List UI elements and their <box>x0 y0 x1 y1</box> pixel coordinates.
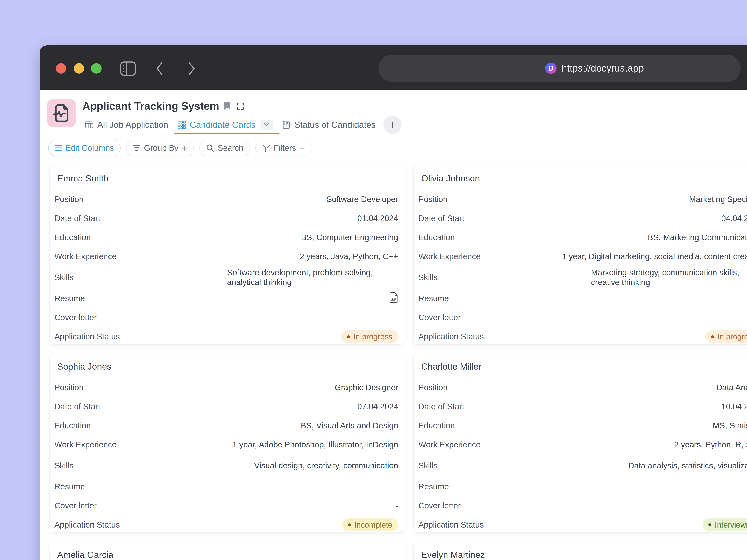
table-icon <box>85 121 94 129</box>
search-icon <box>206 144 214 152</box>
filters-button[interactable]: Filters + <box>255 140 311 156</box>
field-label: Education <box>54 233 91 242</box>
candidate-card[interactable]: Amelia Garcia <box>49 542 405 560</box>
field-label: Resume <box>54 482 85 491</box>
tab-label: Status of Candidates <box>294 120 376 130</box>
resume-pdf-link[interactable]: PDF <box>389 292 398 305</box>
minimize-window-button[interactable] <box>74 63 84 74</box>
field-label: Resume <box>418 294 449 303</box>
tab-dropdown-button[interactable] <box>260 119 273 130</box>
field-label: Application Status <box>418 520 484 530</box>
field-label: Resume <box>418 482 449 491</box>
status-badge: In progress <box>341 330 398 343</box>
field-row-work-experience: Work Experience1 year, Digital marketing… <box>414 247 747 266</box>
field-label: Application Status <box>418 332 484 341</box>
field-value: 2 years, Java, Python, C++ <box>300 252 398 261</box>
field-label: Work Experience <box>54 252 117 261</box>
tab-all-job-application[interactable]: All Job Application <box>85 120 168 130</box>
status-badge: Incomplete <box>342 518 398 531</box>
tab-candidate-cards[interactable]: Candidate Cards <box>177 119 273 130</box>
status-badge: Interviewing <box>703 518 747 531</box>
field-label: Education <box>418 421 455 430</box>
candidate-name: Charlotte Miller <box>414 354 747 372</box>
field-row-skills: SkillsMarketing strategy, communication … <box>414 266 747 289</box>
status-dot <box>347 335 350 338</box>
back-button[interactable] <box>151 60 168 77</box>
field-label: Education <box>54 421 91 430</box>
field-value: Marketing Specialist <box>689 195 747 204</box>
close-window-button[interactable] <box>56 63 66 74</box>
maximize-window-button[interactable] <box>91 63 102 74</box>
add-view-button[interactable]: + <box>383 116 402 134</box>
field-label: Cover letter <box>418 313 461 322</box>
field-row-position: PositionSoftware Developer <box>50 190 405 209</box>
field-row-application-status: Application StatusIn progress <box>414 327 747 345</box>
candidate-name: Olivia Johnson <box>414 166 747 184</box>
field-label: Skills <box>418 273 438 282</box>
tab-status-of-candidates[interactable]: Status of Candidates <box>282 120 376 130</box>
field-value: Software development, problem-solving, a… <box>227 268 398 287</box>
field-label: Date of Start <box>418 214 464 223</box>
button-label: Edit Columns <box>66 143 114 153</box>
status-label: Interviewing <box>715 521 747 529</box>
field-row-cover-letter: Cover letter- <box>50 308 405 327</box>
field-label: Work Experience <box>54 440 117 449</box>
field-row-resume: Resume- <box>50 477 405 496</box>
pdf-file-icon: PDF <box>389 292 398 303</box>
card-rows: PositionSoftware DeveloperDate of Start0… <box>50 190 405 345</box>
field-row-education: EducationBS, Visual Arts and Design <box>50 416 405 435</box>
field-label: Position <box>418 195 447 204</box>
expand-icon[interactable] <box>236 102 245 112</box>
candidate-card[interactable]: Olivia Johnson PositionMarketing Special… <box>413 166 747 345</box>
forward-button[interactable] <box>183 60 200 77</box>
edit-columns-button[interactable]: Edit Columns <box>48 140 121 156</box>
card-rows: PositionGraphic DesignerDate of Start07.… <box>50 378 405 533</box>
sidebar-toggle-icon[interactable] <box>119 60 137 77</box>
status-dot <box>348 524 351 526</box>
bookmark-icon[interactable] <box>224 101 231 111</box>
field-label: Application Status <box>54 520 120 530</box>
view-tabs: All Job Application Candidate Cards <box>85 118 402 131</box>
chevron-down-icon <box>263 123 269 127</box>
field-value: 10.04.2024 <box>721 402 747 411</box>
candidate-card[interactable]: Evelyn Martinez <box>413 542 747 560</box>
card-rows: PositionMarketing SpecialistDate of Star… <box>414 190 747 345</box>
field-value: BS, Computer Engineering <box>301 233 398 242</box>
button-label: Filters <box>274 143 296 153</box>
field-label: Application Status <box>54 332 120 341</box>
field-row-application-status: Application StatusInterviewing <box>414 515 747 533</box>
page-title: Applicant Tracking System <box>82 100 219 112</box>
status-label: In progress <box>354 332 392 341</box>
tab-label: Candidate Cards <box>190 120 255 130</box>
group-by-button[interactable]: Group By + <box>126 140 194 156</box>
field-label: Date of Start <box>54 402 100 411</box>
group-by-icon <box>133 144 141 152</box>
field-value: 2 years, Python, R, SQL <box>674 440 747 449</box>
field-row-resume: Resume <box>414 477 747 496</box>
app-page: Applicant Tracking System <box>40 90 747 560</box>
search-button[interactable]: Search <box>199 140 250 156</box>
field-value: Software Developer <box>327 195 398 204</box>
field-row-skills: SkillsData analysis, statistics, visuali… <box>414 454 747 477</box>
kanban-icon <box>282 121 291 129</box>
cards-grid-icon <box>177 121 186 129</box>
field-value: BS, Visual Arts and Design <box>301 421 398 430</box>
plus-icon: + <box>389 118 396 131</box>
field-row-education: EducationBS, Computer Engineering <box>50 228 405 247</box>
field-row-application-status: Application StatusIncomplete <box>50 515 405 533</box>
cards-grid: Emma Smith PositionSoftware DeveloperDat… <box>49 166 747 560</box>
field-row-cover-letter: Cover letter <box>414 308 747 327</box>
field-row-cover-letter: Cover letter <box>414 496 747 515</box>
field-value: Marketing strategy, communication skills… <box>591 268 747 287</box>
field-value: - <box>395 482 398 491</box>
candidate-card[interactable]: Charlotte Miller PositionData AnalystDat… <box>413 354 747 533</box>
field-value: 07.04.2024 <box>357 402 398 411</box>
field-label: Resume <box>54 294 85 303</box>
url-content: D https://docyrus.app <box>545 55 644 82</box>
svg-text:PDF: PDF <box>391 298 395 300</box>
field-value: BS, Marketing Communications <box>648 233 747 242</box>
field-label: Cover letter <box>54 501 97 510</box>
field-label: Skills <box>418 461 438 470</box>
candidate-card[interactable]: Emma Smith PositionSoftware DeveloperDat… <box>49 166 405 345</box>
candidate-card[interactable]: Sophia Jones PositionGraphic DesignerDat… <box>49 354 405 533</box>
